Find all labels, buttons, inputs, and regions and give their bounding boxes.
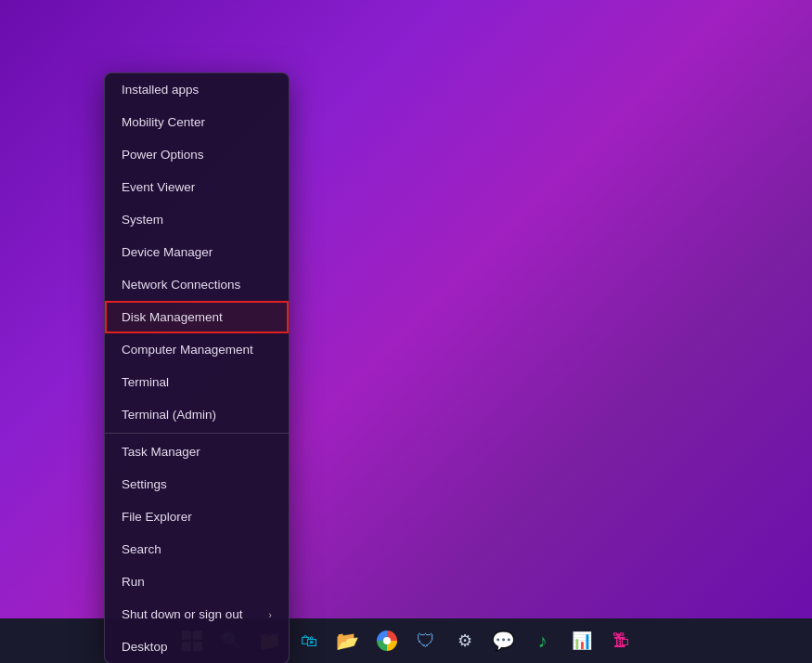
menu-item-label: Shut down or sign out [122, 607, 243, 621]
menu-item-label: Terminal [122, 375, 169, 389]
menu-item-label: Event Viewer [122, 180, 195, 194]
app2-icon: 🗜 [612, 631, 629, 651]
menu-item-label: Run [122, 575, 145, 589]
spotify-icon: ♪ [538, 630, 548, 652]
shield-icon: 🛡 [417, 630, 435, 652]
app1-button[interactable]: 📊 [565, 624, 599, 657]
menu-item-label: System [122, 213, 163, 227]
menu-item-shut-down[interactable]: Shut down or sign out› [105, 598, 289, 630]
menu-item-file-explorer[interactable]: File Explorer [105, 500, 289, 533]
menu-item-label: Settings [122, 477, 167, 491]
menu-item-search[interactable]: Search [105, 533, 289, 566]
menu-item-power-options[interactable]: Power Options [105, 138, 289, 171]
menu-item-terminal[interactable]: Terminal [105, 366, 289, 398]
menu-item-terminal-admin[interactable]: Terminal (Admin) [105, 398, 289, 431]
menu-item-label: Terminal (Admin) [122, 408, 216, 422]
chrome-icon [377, 630, 397, 651]
menu-item-label: File Explorer [122, 510, 192, 524]
menu-item-run[interactable]: Run [105, 566, 289, 598]
app1-icon: 📊 [572, 630, 592, 651]
menu-item-label: Network Connections [122, 278, 240, 292]
menu-item-label: Device Manager [122, 245, 213, 259]
chrome-button[interactable] [370, 624, 404, 657]
spotify-button[interactable]: ♪ [526, 624, 560, 657]
store-button[interactable]: 🛍 [292, 624, 326, 657]
menu-item-task-manager[interactable]: Task Manager [105, 436, 289, 468]
chevron-right-icon: › [268, 609, 272, 620]
menu-item-label: Mobility Center [122, 115, 205, 129]
menu-item-label: Installed apps [122, 83, 199, 97]
context-menu: Installed appsMobility CenterPower Optio… [104, 72, 290, 663]
menu-item-event-viewer[interactable]: Event Viewer [105, 171, 289, 203]
menu-item-network-connections[interactable]: Network Connections [105, 268, 289, 301]
store-icon: 🛍 [301, 631, 317, 651]
steam-button[interactable]: ⚙ [448, 624, 482, 657]
menu-item-desktop[interactable]: Desktop [105, 630, 289, 663]
app2-button[interactable]: 🗜 [604, 624, 638, 657]
menu-divider [105, 433, 289, 434]
steam-icon: ⚙ [458, 630, 472, 651]
menu-item-label: Power Options [122, 148, 204, 162]
menu-item-label: Disk Management [122, 310, 223, 324]
menu-item-mobility-center[interactable]: Mobility Center [105, 106, 289, 138]
bitwarden-button[interactable]: 🛡 [409, 624, 443, 657]
menu-item-disk-management[interactable]: Disk Management [105, 301, 289, 333]
menu-item-label: Search [122, 542, 161, 556]
explorer-button[interactable]: 📂 [331, 624, 365, 657]
menu-item-computer-management[interactable]: Computer Management [105, 333, 289, 366]
menu-item-installed-apps[interactable]: Installed apps [105, 73, 289, 106]
menu-item-label: Computer Management [122, 343, 253, 357]
menu-item-settings[interactable]: Settings [105, 468, 289, 500]
menu-item-label: Task Manager [122, 445, 200, 459]
folder-icon: 📂 [336, 630, 359, 652]
menu-item-label: Desktop [122, 640, 168, 654]
discord-icon: 💬 [492, 630, 515, 652]
menu-item-device-manager[interactable]: Device Manager [105, 236, 289, 268]
menu-item-system[interactable]: System [105, 203, 289, 236]
discord-button[interactable]: 💬 [487, 624, 521, 657]
